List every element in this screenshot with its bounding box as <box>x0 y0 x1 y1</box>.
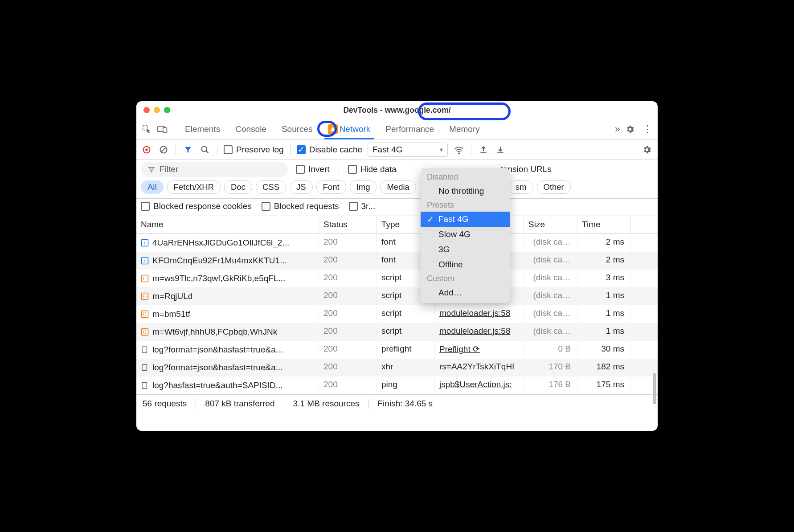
disable-cache-checkbox[interactable]: ✓ Disable cache <box>297 145 362 155</box>
filter-img[interactable]: Img <box>350 180 377 194</box>
network-toolbar: Preserve log ✓ Disable cache Fast 4G <box>136 139 658 160</box>
filter-all[interactable]: All <box>141 180 164 194</box>
record-button[interactable] <box>141 144 152 156</box>
inspect-icon[interactable] <box>139 122 154 137</box>
cell-initiator[interactable]: moduleloader.js:58 <box>435 305 524 323</box>
svg-text:{}: {} <box>143 312 147 316</box>
checkbox-icon <box>262 202 270 211</box>
cell-time: 3 ms <box>577 270 631 287</box>
table-row[interactable]: TKFOmCnqEu92Fr1Mu4mxKKTU1...200fontn3:(d… <box>136 252 658 270</box>
kebab-menu[interactable]: ⋮ <box>640 123 655 135</box>
filter-font[interactable]: Font <box>316 180 346 194</box>
cell-initiator[interactable]: moduleloader.js:58 <box>435 323 524 341</box>
window-controls <box>143 107 170 113</box>
network-conditions-icon[interactable] <box>453 144 465 156</box>
preserve-log-checkbox[interactable]: Preserve log <box>224 145 284 155</box>
dd-offline[interactable]: Offline <box>421 257 510 272</box>
cell-name: {}m=RqjULd <box>136 287 319 305</box>
cell-initiator[interactable]: jspb$UserAction.js: <box>435 376 524 394</box>
table-row[interactable]: {}m=bm51tf200scriptmoduleloader.js:58(di… <box>136 305 658 323</box>
cell-size: 176 B <box>524 376 577 394</box>
filter-toggle-icon[interactable] <box>182 144 194 156</box>
filter-css[interactable]: CSS <box>256 180 286 194</box>
svg-rect-4 <box>146 148 148 151</box>
dd-no-throttling[interactable]: No throttling <box>421 184 510 199</box>
upload-har-icon[interactable] <box>478 144 489 156</box>
grid-header: Name Status Type Size Time <box>136 216 658 234</box>
separator <box>339 164 339 174</box>
dd-fast4g[interactable]: Fast 4G <box>421 212 510 227</box>
status-finish: Finish: 34.65 s <box>378 399 433 409</box>
close-window[interactable] <box>143 107 150 113</box>
filter-media[interactable]: Media <box>380 180 416 194</box>
throttling-value: Fast 4G <box>372 145 403 154</box>
cell-time: 2 ms <box>577 252 631 270</box>
minimize-window[interactable] <box>154 107 160 113</box>
cell-status: 200 <box>319 341 377 359</box>
grid-body: T4UaRrENHsxJlGDuGo1OIlJfC6l_2...200fontn… <box>136 234 658 394</box>
search-icon[interactable] <box>199 144 211 156</box>
tab-network[interactable]: Network <box>321 119 378 139</box>
col-status[interactable]: Status <box>319 216 377 233</box>
cell-type: xhr <box>377 359 435 376</box>
cell-status: 200 <box>319 234 377 252</box>
table-row[interactable]: {}m=ws9Tlc,n73qwf,GkRiKb,e5qFL...200scri… <box>136 270 658 287</box>
col-size[interactable]: Size <box>524 216 577 233</box>
download-har-icon[interactable] <box>495 144 506 156</box>
tab-console[interactable]: Console <box>228 119 274 139</box>
disable-cache-label: Disable cache <box>309 145 362 155</box>
separator <box>174 124 174 135</box>
throttling-select[interactable]: Fast 4G <box>368 143 448 157</box>
cell-type: ping <box>377 376 435 394</box>
dd-add[interactable]: Add… <box>421 285 510 300</box>
status-resources: 3.1 MB resources <box>293 399 360 409</box>
settings-icon[interactable] <box>624 123 636 135</box>
filter-doc[interactable]: Doc <box>224 180 252 194</box>
tab-memory[interactable]: Memory <box>442 119 487 139</box>
clear-button[interactable] <box>158 144 169 156</box>
hide-data-checkbox[interactable]: Hide data <box>348 164 397 174</box>
table-row[interactable]: {}m=Wt6vjf,hhhU8,FCpbqb,WhJNk200scriptmo… <box>136 323 658 341</box>
filter-js[interactable]: JS <box>290 180 313 194</box>
tab-elements[interactable]: Elements <box>178 119 227 139</box>
thirdparty-label: 3r... <box>361 201 376 211</box>
scroll-thumb[interactable] <box>653 373 656 404</box>
network-settings-icon[interactable] <box>641 143 653 156</box>
blocked-response-checkbox[interactable]: Blocked response cookies <box>141 201 252 211</box>
tab-sources[interactable]: Sources <box>274 119 320 139</box>
maximize-window[interactable] <box>164 107 170 113</box>
dd-3g[interactable]: 3G <box>421 242 510 257</box>
thirdparty-checkbox[interactable]: 3r... <box>349 201 376 211</box>
dd-header-presets: Presets <box>421 199 510 212</box>
tab-network-label: Network <box>340 124 371 134</box>
type-filter-bar: All Fetch/XHR Doc CSS JS Font Img Media … <box>136 179 658 199</box>
more-tabs-button[interactable]: » <box>615 123 620 135</box>
devtools-window: DevTools - www.google.com/ Elements Cons… <box>136 101 658 431</box>
filter-wasm[interactable]: sm <box>509 180 533 194</box>
svg-text:T: T <box>143 258 146 263</box>
tab-performance[interactable]: Performance <box>378 119 441 139</box>
cell-name: {}m=Wt6vjf,hhhU8,FCpbqb,WhJNk <box>136 323 319 341</box>
cell-size: (disk ca… <box>524 252 577 270</box>
cell-initiator[interactable]: rs=AA2YrTskXiTqHI <box>435 359 524 376</box>
blocked-requests-checkbox[interactable]: Blocked requests <box>262 201 339 211</box>
invert-checkbox[interactable]: Invert <box>296 164 330 174</box>
filter-fetchxhr[interactable]: Fetch/XHR <box>167 180 221 194</box>
panel-tabs: Elements Console Sources Network Perform… <box>136 119 658 139</box>
table-row[interactable]: {}m=RqjULd200script:58(disk ca…1 ms <box>136 287 658 305</box>
cell-size: (disk ca… <box>524 234 577 252</box>
col-time[interactable]: Time <box>577 216 631 233</box>
cell-status: 200 <box>319 305 377 323</box>
table-row[interactable]: log?format=json&hasfast=true&a...200xhrr… <box>136 359 658 376</box>
table-row[interactable]: log?format=json&hasfast=true&a...200pref… <box>136 341 658 359</box>
cell-size: (disk ca… <box>524 323 577 341</box>
filter-other[interactable]: Other <box>537 180 571 194</box>
table-row[interactable]: log?hasfast=true&auth=SAPISID...200pingj… <box>136 376 658 394</box>
col-name[interactable]: Name <box>136 216 319 233</box>
table-row[interactable]: T4UaRrENHsxJlGDuGo1OIlJfC6l_2...200fontn… <box>136 234 658 252</box>
device-toggle-icon[interactable] <box>155 122 170 137</box>
dd-slow4g[interactable]: Slow 4G <box>421 227 510 242</box>
cell-status: 200 <box>319 359 377 376</box>
filter-input[interactable]: Filter <box>141 162 288 177</box>
cell-initiator[interactable]: Preflight ⟳ <box>435 341 524 359</box>
